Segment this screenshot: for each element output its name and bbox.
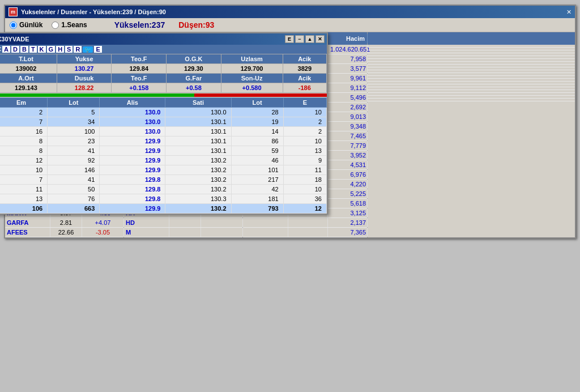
table-row[interactable]: AFEES 22.66 -3.05 [5,228,123,237]
order-row[interactable]: 11 50 129.8 130.2 42 10 [0,185,327,194]
or-em: 8 [0,137,48,146]
cell-hacim: 5,496 [328,93,368,102]
cell-sembol: GARFA [5,218,50,227]
table-row[interactable]: M [124,228,242,237]
cell-hacim: 9,112 [328,83,368,92]
window-close-btn[interactable]: ✕ [566,8,572,16]
val-gfar: +0.58 [167,83,221,93]
sym-a[interactable]: A [2,46,10,53]
order-row[interactable]: 12 92 129.9 130.2 46 9 [0,156,327,165]
cell-hacim: 6,976 [328,170,368,179]
cell-hacim: 2,692 [328,103,368,112]
overlay-close-btn[interactable]: ✕ [315,35,325,43]
th-teof1: Teo.F [112,54,167,64]
or-lot2: 217 [231,175,283,185]
sym-k[interactable]: K [38,46,46,53]
dusen-stat: Düşen:93 [178,20,214,29]
cell-hacim: 3,577 [328,64,368,73]
sym-s[interactable]: S [65,46,72,53]
of-em: 106 [0,204,48,214]
or-lot1: 34 [48,117,100,127]
overlay-title-text: X30YVADE [0,36,29,42]
cell-hacim: 5,618 [328,199,368,208]
or-lot2: 42 [231,185,283,194]
order-row[interactable]: 8 41 129.9 130.1 59 13 [0,146,327,156]
overlay-min-btn[interactable]: − [295,35,304,43]
or-e: 18 [283,175,326,185]
or-lot2: 59 [231,146,283,156]
cell-hacim: 5,225 [328,189,368,198]
sym-t[interactable]: T [29,46,37,53]
overlay-symbol-bar: < A D B T K G H S R 🐦 E [0,45,327,54]
sym-b[interactable]: B [20,46,28,53]
or-lot2: 181 [231,194,283,204]
or-alis: 129.8 [100,194,165,204]
or-alis: 129.8 [100,175,165,185]
radio-1seans-group[interactable]: 1.Seans [52,21,87,29]
hacim-header [368,32,575,45]
val-yukse: 130.27 [57,64,111,74]
or-lot1: 41 [48,175,100,185]
title-bar: m Yukselenler / Dusenler - Yükselen:239 … [5,6,575,18]
yukselen-stat: Yükselen:237 [114,20,165,29]
order-row[interactable]: 13 76 129.8 130.3 181 36 [0,194,327,204]
table-row[interactable]: GARFA 2.81 +4.07 [5,218,123,228]
hacim-rows [368,45,575,101]
or-sati: 130.3 [165,194,231,204]
cell-hacim: 4,220 [328,180,368,189]
info-data-row-2: 129.143 128.22 +0.158 +0.58 +0.580 -186 [0,83,327,93]
or-alis: 130.0 [100,108,165,117]
or-em: 2 [0,108,48,117]
overlay-e-btn[interactable]: E [285,35,294,43]
or-sati: 130.2 [165,185,231,194]
sym-r[interactable]: R [74,46,82,53]
radio-gunluk[interactable] [10,22,17,29]
sym-g[interactable]: G [47,46,56,53]
of-lot1: 663 [48,204,100,214]
overlay-symbol-name: < [0,45,1,53]
cell-son [169,228,201,237]
cell-hacim: 4,531 [328,160,368,169]
sym-h[interactable]: H [56,46,64,53]
or-e: 13 [283,146,326,156]
table-row[interactable]: 7,365 [243,228,367,237]
th-acik1: Acik [283,54,326,64]
of-sati: 130.2 [165,204,231,214]
radio-gunluk-label: Günlük [19,21,42,29]
title-bar-left: m Yukselenler / Dusenler - Yükselen:239 … [8,7,166,16]
table-row[interactable]: HD [124,218,242,228]
cell-pct [201,228,243,237]
radio-gunluk-group[interactable]: Günlük [10,21,42,29]
cell-hacim: 9,013 [328,112,368,121]
order-row[interactable]: 7 41 129.8 130.2 217 18 [0,175,327,185]
table-row[interactable]: 2,137 [243,218,367,228]
or-lot1: 76 [48,194,100,204]
sym-e[interactable]: E [94,46,101,53]
twitter-icon[interactable]: 🐦 [83,46,93,53]
or-alis: 129.9 [100,156,165,165]
or-lot2: 19 [231,117,283,127]
oh-sati: Sati [165,98,231,108]
cell-hacim: 9,961 [328,74,368,83]
or-sati: 130.0 [165,108,231,117]
order-row[interactable]: 10 146 129.9 130.2 101 11 [0,165,327,175]
radio-1seans[interactable] [52,22,59,29]
oh-em: Em [0,98,48,108]
order-row[interactable]: 16 100 130.0 130.1 14 2 [0,127,327,137]
order-row[interactable]: 8 23 129.9 130.1 86 10 [0,137,327,146]
val-sonuz: +0.580 [221,83,283,93]
cell-son: 2.81 [50,218,82,227]
val-acik1: 3829 [283,64,326,74]
cell-sembol: AFEES [5,228,50,237]
order-row[interactable]: 2 5 130.0 130.0 28 10 [0,108,327,117]
val-teof1: 129.84 [112,64,167,74]
sym-d[interactable]: D [11,46,19,53]
th-yukse: Yukse [57,54,111,64]
overlay-title-bar: X30YVADE E − ▲ ✕ [0,33,327,45]
window-title: Yukselenler / Dusenler - Yükselen:239 / … [21,8,166,15]
cell-son [169,218,201,227]
val-aort: 129.143 [0,83,57,93]
toolbar-stats: Yükselen:237 Düşen:93 [114,20,215,29]
overlay-max-btn[interactable]: ▲ [305,35,314,43]
order-row[interactable]: 7 34 130.0 130.1 19 2 [0,117,327,127]
